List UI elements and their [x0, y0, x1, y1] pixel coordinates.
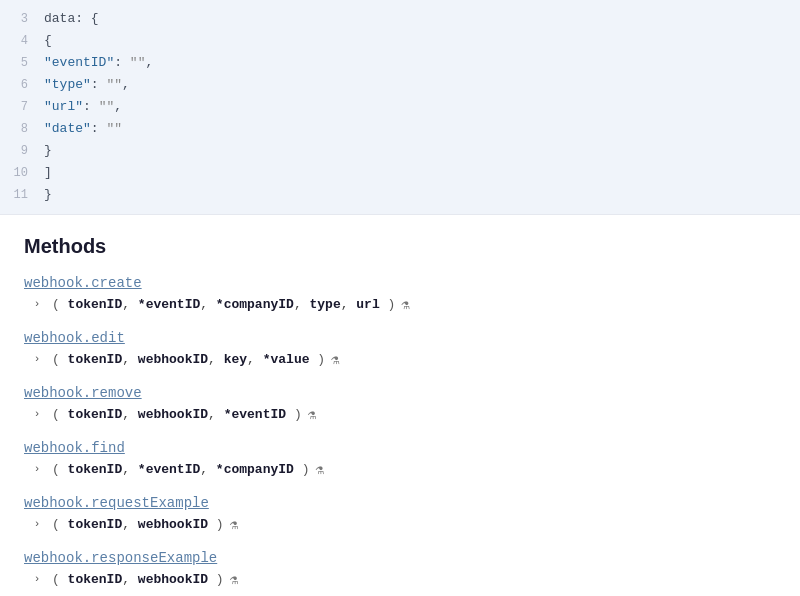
section-title: Methods: [24, 235, 776, 258]
method-params: ( tokenID, webhookID, *eventID ): [52, 407, 302, 422]
code-line: 7 "url": "",: [0, 96, 800, 118]
beaker-icon[interactable]: ⚗: [401, 296, 409, 313]
line-number: 10: [0, 163, 44, 183]
beaker-icon[interactable]: ⚗: [316, 461, 324, 478]
method-link[interactable]: webhook.requestExample: [24, 495, 209, 511]
page-container: 3data: {4 {5 "eventID": "",6 "type": "",…: [0, 0, 800, 596]
code-line: 3data: {: [0, 8, 800, 30]
method-signature-row: ›( tokenID, *eventID, *companyID, type, …: [24, 295, 776, 313]
line-number: 11: [0, 185, 44, 205]
line-number: 5: [0, 53, 44, 73]
code-line: 9 }: [0, 140, 800, 162]
line-content: "type": "",: [44, 75, 130, 95]
method-block: webhook.find›( tokenID, *eventID, *compa…: [24, 439, 776, 478]
line-content: "date": "": [44, 119, 122, 139]
chevron-icon[interactable]: ›: [28, 405, 46, 423]
method-params: ( tokenID, *eventID, *companyID ): [52, 462, 310, 477]
code-line: 8 "date": "": [0, 118, 800, 140]
method-link[interactable]: webhook.find: [24, 440, 125, 456]
line-content: "url": "",: [44, 97, 122, 117]
line-content: }: [44, 141, 52, 161]
beaker-icon[interactable]: ⚗: [230, 571, 238, 588]
line-number: 8: [0, 119, 44, 139]
method-signature-row: ›( tokenID, webhookID, key, *value )⚗: [24, 350, 776, 368]
methods-section: Methods webhook.create›( tokenID, *event…: [0, 215, 800, 596]
chevron-icon[interactable]: ›: [28, 515, 46, 533]
method-params: ( tokenID, webhookID ): [52, 517, 224, 532]
line-number: 4: [0, 31, 44, 51]
code-line: 4 {: [0, 30, 800, 52]
beaker-icon[interactable]: ⚗: [331, 351, 339, 368]
method-block: webhook.responseExample›( tokenID, webho…: [24, 549, 776, 588]
methods-container: webhook.create›( tokenID, *eventID, *com…: [24, 274, 776, 588]
line-number: 6: [0, 75, 44, 95]
line-content: ]: [44, 163, 52, 183]
chevron-icon[interactable]: ›: [28, 350, 46, 368]
beaker-icon[interactable]: ⚗: [308, 406, 316, 423]
method-signature-row: ›( tokenID, webhookID, *eventID )⚗: [24, 405, 776, 423]
code-line: 6 "type": "",: [0, 74, 800, 96]
method-signature-row: ›( tokenID, webhookID )⚗: [24, 515, 776, 533]
method-block: webhook.edit›( tokenID, webhookID, key, …: [24, 329, 776, 368]
method-block: webhook.requestExample›( tokenID, webhoo…: [24, 494, 776, 533]
method-block: webhook.remove›( tokenID, webhookID, *ev…: [24, 384, 776, 423]
method-link[interactable]: webhook.responseExample: [24, 550, 217, 566]
method-signature-row: ›( tokenID, webhookID )⚗: [24, 570, 776, 588]
line-content: }: [44, 185, 52, 205]
code-line: 11}: [0, 184, 800, 206]
method-block: webhook.create›( tokenID, *eventID, *com…: [24, 274, 776, 313]
line-number: 7: [0, 97, 44, 117]
chevron-icon[interactable]: ›: [28, 570, 46, 588]
method-signature-row: ›( tokenID, *eventID, *companyID )⚗: [24, 460, 776, 478]
method-params: ( tokenID, webhookID ): [52, 572, 224, 587]
line-number: 3: [0, 9, 44, 29]
code-block: 3data: {4 {5 "eventID": "",6 "type": "",…: [0, 0, 800, 215]
beaker-icon[interactable]: ⚗: [230, 516, 238, 533]
method-params: ( tokenID, *eventID, *companyID, type, u…: [52, 297, 395, 312]
line-content: {: [44, 31, 52, 51]
code-line: 5 "eventID": "",: [0, 52, 800, 74]
method-link[interactable]: webhook.create: [24, 275, 142, 291]
line-content: data: {: [44, 9, 99, 29]
code-line: 10]: [0, 162, 800, 184]
method-params: ( tokenID, webhookID, key, *value ): [52, 352, 325, 367]
chevron-icon[interactable]: ›: [28, 460, 46, 478]
line-number: 9: [0, 141, 44, 161]
method-link[interactable]: webhook.edit: [24, 330, 125, 346]
chevron-icon[interactable]: ›: [28, 295, 46, 313]
method-link[interactable]: webhook.remove: [24, 385, 142, 401]
line-content: "eventID": "",: [44, 53, 153, 73]
